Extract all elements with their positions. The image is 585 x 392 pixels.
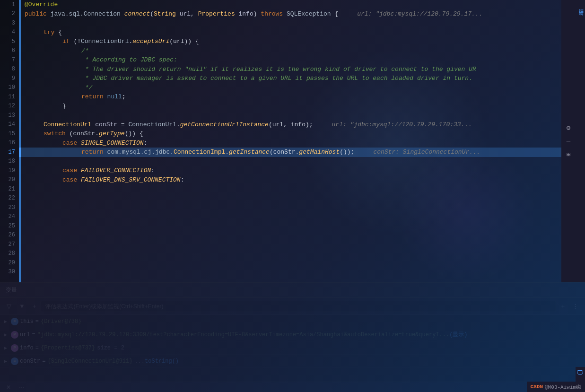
code-line-20: case FAILOVER_DNS_SRV_CONNECTION : — [21, 175, 561, 185]
code-content[interactable]: @Override public java.sql.Connection con… — [21, 0, 561, 282]
line-num-1: 1 — [0, 0, 19, 9]
line-num-21: 21 — [0, 184, 19, 194]
type-string: String — [154, 9, 176, 19]
punct-3: ) — [253, 9, 261, 19]
punct-eq: = — [121, 120, 129, 130]
code-line-12: } — [21, 102, 561, 111]
class-connurl: ConnectionUrl — [81, 37, 129, 46]
param-info: info — [235, 9, 253, 19]
code-line-13 — [21, 111, 561, 120]
line-num-18: 18 — [0, 157, 19, 166]
class-connurl2: ConnectionUrl — [128, 120, 176, 130]
code-line-6: /* — [21, 46, 561, 56]
case-failover: FAILOVER_CONNECTION — [81, 166, 151, 175]
layout-icon-btn[interactable]: ⊞ — [563, 149, 574, 160]
line-num-23: 23 — [0, 203, 19, 212]
kw-switch: switch — [44, 129, 70, 139]
param-url: url — [176, 9, 191, 19]
hint-url2: url: "jdbc:mysql://120.79.29.170:33... — [332, 120, 472, 130]
minimize-icon-btn[interactable]: ─ — [563, 136, 574, 147]
csdn-brand-bar: CSDN @M03-Aiwim磁 — [527, 382, 585, 392]
code-line-1: @Override — [21, 0, 561, 9]
code-line-10: */ — [21, 83, 561, 93]
line-num-12: 12 — [0, 102, 19, 111]
csdn-author-text: @M03-Aiwim磁 — [545, 383, 581, 391]
punct-case3: : — [181, 175, 184, 185]
code-line-7: * According to JDBC spec: — [21, 55, 561, 65]
kw-case3: case — [62, 175, 81, 185]
line-num-16: 16 — [0, 139, 19, 148]
punct-dot2: . — [225, 148, 229, 157]
class-connection: java.sql.Connection — [51, 9, 124, 19]
hint-url: url: "jdbc:mysql://120.79.29.17... — [357, 9, 482, 19]
punct-null-semi: ; — [122, 92, 126, 102]
line-num-2: 2 — [0, 9, 19, 19]
line-num-26: 26 — [0, 231, 19, 240]
code-line-21 — [21, 184, 561, 194]
kw-return: return — [81, 148, 107, 157]
kw-public: public — [25, 9, 51, 19]
csdn-sidebar-text-2: 辑 — [577, 7, 584, 8]
code-line-18 — [21, 157, 561, 166]
comment-line-2: * The driver should return "null" if it … — [81, 65, 476, 74]
line-num-9: 9 — [0, 74, 19, 83]
param-constr: conStr — [91, 120, 121, 130]
line-num-20: 20 — [0, 175, 19, 185]
case-single: SINGLE_CONNECTION — [81, 139, 144, 148]
code-line-17: return com.mysql.cj.jdbc. ConnectionImpl… — [21, 148, 561, 157]
shield-icon: 🛡 — [576, 369, 584, 378]
class-mysql-impl: com.mysql.cj.jdbc. — [107, 148, 174, 157]
csdn-watermark-panel: 🛡 联 系 — [576, 367, 585, 382]
line-num-10: 10 — [0, 83, 19, 93]
punct-7: . — [129, 37, 132, 46]
kw-return-null: return — [81, 92, 107, 102]
punct-sw2: ()) { — [125, 129, 143, 139]
line-num-17: 17 — [0, 148, 19, 157]
punct-args3: ()); — [340, 148, 354, 157]
punct-case1: : — [144, 139, 148, 148]
comment-open: /* — [81, 46, 89, 56]
code-line-3 — [21, 18, 561, 28]
type-properties: Properties — [198, 9, 235, 19]
exception-sql: SQLException — [287, 9, 334, 19]
code-line-14: ConnectionUrl conStr = ConnectionUrl . g… — [21, 120, 561, 130]
line-num-29: 29 — [0, 258, 19, 268]
annotation-override: @Override — [25, 0, 58, 9]
line-num-8: 8 — [0, 65, 19, 74]
method-getinstance: getInstance — [229, 148, 270, 157]
line-num-6: 6 — [0, 46, 19, 56]
code-line-5: if (! ConnectionUrl . acceptsUrl (url)) … — [21, 37, 561, 46]
punct-1: ( — [150, 9, 154, 19]
kw-case: case — [62, 139, 81, 148]
punct-args2: (conStr. — [270, 148, 299, 157]
kw-if: if — [62, 37, 73, 46]
method-getmainhost: getMainHost — [299, 148, 340, 157]
line-num-4: 4 — [0, 28, 19, 37]
line-num-30: 30 — [0, 268, 19, 277]
line-numbers-gutter: 1 2 3 4 5 6 7 8 9 10 11 12 13 14 15 16 1… — [0, 0, 19, 282]
kw-null: null — [107, 92, 122, 102]
punct-case2: : — [151, 166, 155, 175]
type-connimpl: ConnectionImpl — [174, 148, 225, 157]
punct-6: (! — [73, 37, 81, 46]
punct-4: { — [334, 9, 338, 19]
punct-close-if: } — [62, 102, 66, 111]
csdn-brand-text: CSDN — [531, 384, 543, 390]
code-line-11: return null ; — [21, 92, 561, 102]
method-gettype: getType — [99, 129, 125, 139]
line-num-11: 11 — [0, 92, 19, 102]
punct-5: { — [58, 28, 62, 37]
settings-icon-btn[interactable]: ⚙ — [563, 122, 574, 134]
right-tools: ⚙ ─ ⊞ — [561, 0, 576, 282]
code-line-15: switch (conStr. getType ()) { — [21, 129, 561, 139]
comment-close: */ — [81, 83, 92, 93]
code-line-8: * The driver should return "null" if it … — [21, 65, 561, 74]
line-num-25: 25 — [0, 221, 19, 231]
line-num-14: 14 — [0, 120, 19, 130]
code-line-23 — [21, 203, 561, 212]
method-connect: connect — [124, 9, 150, 19]
kw-throws: throws — [261, 9, 287, 19]
punct-8: (url)) { — [169, 37, 199, 46]
line-num-3: 3 — [0, 18, 19, 28]
line-num-27: 27 — [0, 240, 19, 249]
